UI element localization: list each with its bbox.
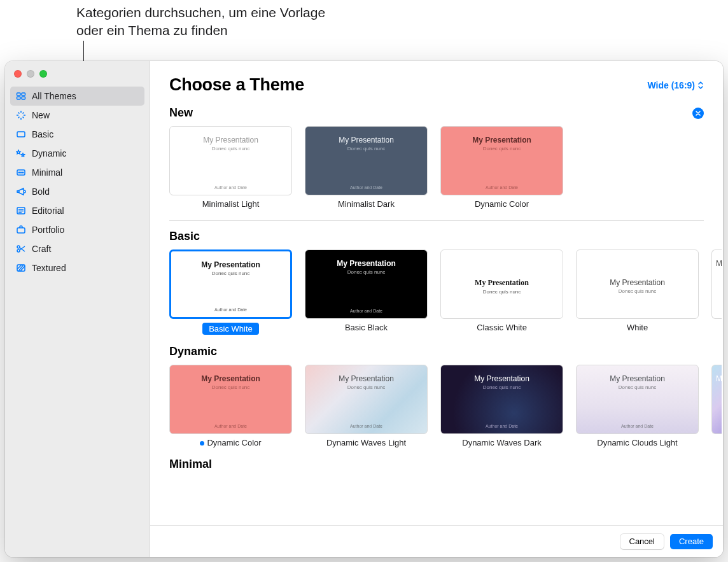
thumb-title: My Presentation (610, 278, 665, 287)
aspect-ratio-popup[interactable]: Wide (16:9) (647, 80, 704, 90)
sidebar-category-list: All ThemesNewBasicDynamicMinimalBoldEdit… (5, 87, 150, 277)
section-new: NewMy PresentationDonec quis nuncAuthor … (169, 106, 723, 214)
section-title: Dynamic (169, 345, 217, 358)
theme-tile[interactable]: My PresentationDonec quis nuncAuthor and… (440, 126, 563, 209)
thumb-subtitle: Donec quis nunc (483, 289, 521, 295)
sidebar-item-label: Dynamic (32, 148, 66, 158)
window-zoom-button[interactable] (39, 70, 47, 78)
theme-tile[interactable]: My PresentationDonec quis nuncAuthor and… (305, 365, 428, 447)
aspect-ratio-label: Wide (16:9) (647, 80, 695, 90)
thumb-title: My Presentation (180, 260, 281, 269)
theme-tile[interactable]: My PresentationDonec quis nuncWhite (576, 249, 699, 335)
theme-label-text: Minimalist Dark (338, 199, 395, 209)
section-header: Minimal (169, 458, 723, 471)
window-close-button[interactable] (14, 70, 22, 78)
theme-thumbnail[interactable]: My PresentationDonec quis nuncAuthor and… (440, 365, 563, 434)
megaphone-icon (15, 186, 27, 197)
thumb-author: Author and Date (179, 424, 283, 428)
thumb-title: My Presentation (585, 374, 689, 383)
svg-point-6 (18, 172, 20, 173)
theme-thumbnail[interactable]: My PresentationDonec quis nunc (440, 249, 563, 319)
svg-rect-4 (17, 132, 25, 137)
theme-row: My PresentationDonec quis nuncAuthor and… (169, 365, 723, 453)
thumb-title: My Presentation (179, 374, 283, 383)
theme-label: Dynamic Clouds Light (597, 438, 677, 447)
texture-icon (15, 263, 27, 273)
thumb-subtitle: Donec quis nunc (314, 384, 418, 390)
sidebar-item-label: Editorial (32, 206, 64, 216)
svg-point-11 (17, 246, 20, 248)
theme-label: Classic White (477, 323, 527, 332)
theme-label-text: Dynamic Waves Light (326, 438, 406, 447)
thumb-title: My Presentation (450, 374, 554, 383)
theme-chooser-window: All ThemesNewBasicDynamicMinimalBoldEdit… (5, 61, 723, 557)
theme-label-text: Dynamic Clouds Light (597, 438, 677, 447)
thumb-subtitle: Donec quis nunc (619, 288, 657, 294)
thumb-author: Author and Date (180, 307, 281, 312)
theme-tile[interactable]: My PresentationDonec quis nuncAuthor and… (576, 365, 699, 447)
thumb-subtitle: Donec quis nunc (314, 269, 418, 275)
theme-thumbnail[interactable]: My PresentationDonec quis nuncAuthor and… (305, 126, 428, 195)
theme-thumbnail[interactable]: My PresentationDonec quis nuncAuthor and… (305, 249, 428, 319)
thumb-author: Author and Date (314, 424, 418, 428)
dots-icon (15, 167, 27, 178)
thumb-title: My Presentation (314, 374, 418, 383)
main-pane: Choose a Theme Wide (16:9) NewMy Present… (150, 61, 723, 557)
sidebar-item-minimal[interactable]: Minimal (10, 163, 144, 182)
theme-tile[interactable]: My PresentationDonec quis nuncClassic Wh… (440, 249, 563, 335)
sidebar-item-label: Basic (32, 129, 53, 139)
sidebar-item-editorial[interactable]: Editorial (10, 201, 144, 220)
thumb-title: My Presentation (314, 259, 418, 268)
sidebar-item-bold[interactable]: Bold (10, 182, 144, 201)
section-title: New (169, 106, 193, 120)
theme-tile[interactable]: My PresentationDonec quis nuncAuthor and… (440, 365, 563, 447)
annotation-callout: Kategorien durchsuchen, um eine Vorlage … (76, 4, 331, 40)
theme-thumbnail[interactable]: My PresentationDonec quis nuncAuthor and… (305, 365, 428, 434)
theme-label-text: Dynamic Color (475, 199, 529, 209)
section-title: Minimal (169, 458, 212, 471)
theme-thumbnail[interactable]: My PresentationDonec quis nuncAuthor and… (576, 365, 699, 434)
sidebar-item-basic[interactable]: Basic (10, 125, 144, 144)
briefcase-icon (15, 225, 27, 235)
theme-label: Minimalist Dark (338, 199, 395, 209)
section-basic: BasicMy PresentationDonec quis nuncAutho… (169, 230, 723, 340)
sidebar-item-label: New (32, 110, 50, 120)
sidebar-item-all-themes[interactable]: All Themes (10, 87, 144, 106)
theme-label: Dynamic Color (200, 438, 261, 447)
page-title: Choose a Theme (169, 75, 304, 95)
scissors-icon (15, 244, 27, 254)
theme-thumbnail[interactable]: My PresentationDonec quis nuncAuthor and… (440, 126, 563, 195)
sidebar-item-textured[interactable]: Textured (10, 258, 144, 277)
theme-tile[interactable]: My PresentationDonec quis nuncAuthor and… (305, 126, 428, 209)
sidebar-item-portfolio[interactable]: Portfolio (10, 220, 144, 239)
theme-tile[interactable]: My PresentationDonec quis nuncAuthor and… (305, 249, 428, 335)
section-dynamic: DynamicMy PresentationDonec quis nuncAut… (169, 345, 723, 453)
window-minimize-button[interactable] (27, 70, 34, 78)
grid-icon (15, 91, 27, 101)
theme-tile[interactable]: My PresentationDonec quis nuncAuthor and… (169, 126, 292, 209)
theme-tile[interactable]: My PresentationDonec quis nuncAuthor and… (169, 249, 292, 335)
theme-label: White (627, 323, 648, 332)
theme-label: Basic White (202, 323, 259, 335)
svg-rect-2 (17, 97, 21, 99)
svg-point-8 (22, 172, 24, 173)
thumb-subtitle: Donec quis nunc (450, 146, 554, 151)
theme-thumbnail[interactable]: My PresentationDonec quis nuncAuthor and… (169, 249, 292, 319)
theme-thumbnail[interactable]: My PresentationDonec quis nuncAuthor and… (169, 126, 292, 195)
theme-label-text: Basic White (209, 324, 253, 334)
theme-thumbnail[interactable]: My PresentationDonec quis nuncAuthor and… (169, 365, 292, 434)
svg-point-7 (20, 172, 22, 173)
sidebar-item-label: Minimal (32, 167, 62, 178)
theme-thumbnail[interactable]: My PresentationDonec quis nunc (576, 249, 699, 319)
thumb-subtitle: Donec quis nunc (585, 384, 689, 390)
sidebar-item-label: Craft (32, 244, 51, 254)
close-section-button[interactable] (692, 108, 704, 119)
sidebar-item-dynamic[interactable]: Dynamic (10, 144, 144, 163)
cancel-button[interactable]: Cancel (620, 534, 664, 549)
create-button[interactable]: Create (670, 534, 713, 549)
sidebar-item-craft[interactable]: Craft (10, 239, 144, 258)
theme-thumbnail-peek[interactable]: M (711, 365, 722, 434)
sidebar-item-new[interactable]: New (10, 106, 144, 125)
theme-tile[interactable]: My PresentationDonec quis nuncAuthor and… (169, 365, 292, 447)
theme-thumbnail-peek[interactable]: M (711, 249, 722, 319)
